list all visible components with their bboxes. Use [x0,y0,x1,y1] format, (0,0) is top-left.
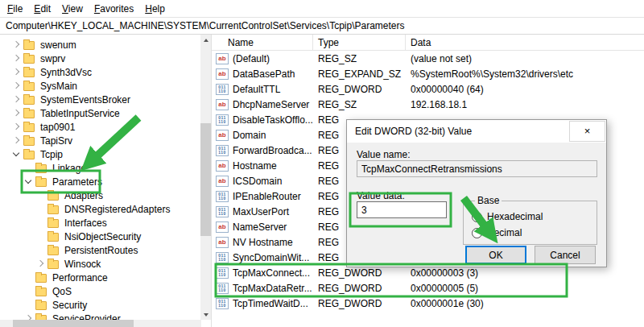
value-data-text: 0x00000040 (64) [406,84,644,95]
value-name-text: NameServer [233,221,287,233]
chevron-down-icon[interactable] [23,176,34,187]
chevron-down-icon[interactable] [11,149,22,159]
menu-file[interactable]: File [2,2,28,16]
dword-value-icon: 011110 [216,252,229,263]
menu-edit[interactable]: Edit [28,2,56,16]
tree-item-performance[interactable]: Performance [0,271,200,284]
tree-item-tapisrv[interactable]: TapiSrv [0,134,200,147]
chevron-right-icon[interactable] [11,94,22,105]
value-row[interactable]: abDataBasePathREG_EXPAND_SZ%SystemRoot%\… [212,66,644,81]
folder-icon [23,137,35,146]
cancel-button[interactable]: Cancel [535,246,596,264]
radio-unselected-icon[interactable] [472,228,482,238]
value-row[interactable]: 011110DefaultTTLREG_DWORD0x00000040 (64) [212,81,644,97]
tree-item-label: TabletInputService [39,108,122,119]
value-data-text: (value not set) [406,53,644,64]
close-icon[interactable]: × [569,121,605,142]
tree-item-swprv[interactable]: swprv [0,52,200,65]
tree-item-label: Tcpip [39,149,64,160]
folder-icon [47,192,59,201]
folder-icon [23,55,35,64]
string-value-icon: ab [216,237,229,248]
tree-item-label: Adapters [63,190,105,201]
vertical-scroll-thumb[interactable] [200,123,211,236]
value-row[interactable]: 011110TcpTimedWaitD...REG_DWORD0x0000001… [212,296,644,311]
tree-item-interfaces[interactable]: Interfaces [0,216,200,230]
chevron-right-icon[interactable] [11,67,22,77]
value-name-text: TcpMaxConnect... [233,267,310,279]
expander-spacer [23,286,34,296]
menu-view[interactable]: View [56,2,89,16]
value-row[interactable]: 011110TcpMaxDataRetr...REG_DWORD0x000000… [212,280,644,296]
tree-item-nsiobjectsecurity[interactable]: NsiObjectSecurity [0,230,200,243]
folder-icon [47,246,59,255]
menu-bar: FileEditViewFavoritesHelp [0,0,644,17]
tree-item-systemeventsbroker[interactable]: SystemEventsBroker [0,93,200,106]
folder-icon [35,288,47,296]
chevron-right-icon[interactable] [11,122,22,132]
radio-selected-icon[interactable] [472,212,482,222]
radio-decimal[interactable]: Decimal [472,225,597,241]
value-name-text: ForwardBroadca... [233,145,312,156]
value-type-text: REG_SZ [313,53,406,64]
value-name-text: NV Hostname [233,237,293,248]
tree-item-parameters[interactable]: Parameters [0,175,200,188]
address-bar[interactable]: Computer\HKEY_LOCAL_MACHINE\SYSTEM\Curre… [0,17,644,35]
chevron-right-icon[interactable] [11,81,22,91]
column-header-name[interactable]: Name [212,35,313,50]
registry-tree: swenumswprvSynth3dVscSysMainSystemEvents… [0,38,200,325]
tree-item-adapters[interactable]: Adapters [0,188,200,202]
folder-icon [23,96,35,105]
tree-item-swenum[interactable]: swenum [0,38,200,52]
value-name-cell: abNV Hostname [212,237,313,248]
value-name-text: TcpMaxDataRetr... [233,283,312,294]
menu-help[interactable]: Help [139,2,171,16]
tree-item-linkage[interactable]: Linkage [0,161,200,175]
tree-item-tap0901[interactable]: tap0901 [0,120,200,134]
tree-item-winsock[interactable]: Winsock [0,257,200,271]
tree-item-sysmain[interactable]: SysMain [0,79,200,93]
radio-hexadecimal[interactable]: Hexadecimal [472,209,597,225]
column-header-data[interactable]: Data [406,35,644,50]
column-header-type[interactable]: Type [313,35,406,50]
value-row[interactable]: abDhcpNameServerREG_SZ192.168.18.1 [212,97,644,112]
value-name-text: Domain [233,130,266,141]
chevron-right-icon[interactable] [11,53,22,64]
tree-item-qos[interactable]: QoS [0,284,200,298]
scroll-up-icon[interactable] [200,35,211,45]
value-name-cell: abICSDomain [212,176,313,187]
value-data-label: Value data: [357,190,405,201]
chevron-right-icon[interactable] [35,259,46,269]
value-name-cell: 011110SyncDomainWit... [212,252,313,263]
scroll-down-icon[interactable] [200,309,211,320]
string-value-icon: ab [216,176,229,187]
value-type-text: REG_DWORD [313,84,406,95]
chevron-right-icon[interactable] [11,108,22,118]
menu-favorites[interactable]: Favorites [89,2,139,16]
base-group-label: Base [475,195,502,206]
tree-item-tabletinputservice[interactable]: TabletInputService [0,106,200,120]
tree-vertical-scrollbar[interactable] [200,35,211,320]
value-name-text: (Default) [233,53,270,64]
folder-icon [47,205,59,214]
string-value-icon: ab [216,160,229,172]
tree-item-dnsregisteredadapters[interactable]: DNSRegisteredAdapters [0,202,200,216]
chevron-right-icon[interactable] [11,135,22,146]
tree-item-label: tap0901 [39,122,76,133]
tree-item-tcpip[interactable]: Tcpip [0,147,200,161]
tree-item-security[interactable]: Security [0,298,200,312]
value-row[interactable]: ab(Default)REG_SZ(value not set) [212,51,644,66]
value-data-text: 0x00000003 (3) [406,267,644,279]
tree-item-persistentroutes[interactable]: PersistentRoutes [0,243,200,257]
tree-item-synth3dvsc[interactable]: Synth3dVsc [0,65,200,79]
tree-item-label: Winsock [63,259,102,270]
folder-icon [35,178,47,187]
tree-item-label: TapiSrv [39,135,74,147]
tree-horizontal-scrollbar[interactable] [0,320,201,327]
string-value-icon: ab [216,130,229,141]
chevron-right-icon[interactable] [11,39,22,50]
horizontal-scroll-thumb[interactable] [13,320,134,327]
dialog-titlebar[interactable]: Edit DWORD (32-bit) Value × [347,120,606,143]
ok-button[interactable]: OK [465,246,526,264]
value-data-input[interactable] [357,201,447,218]
